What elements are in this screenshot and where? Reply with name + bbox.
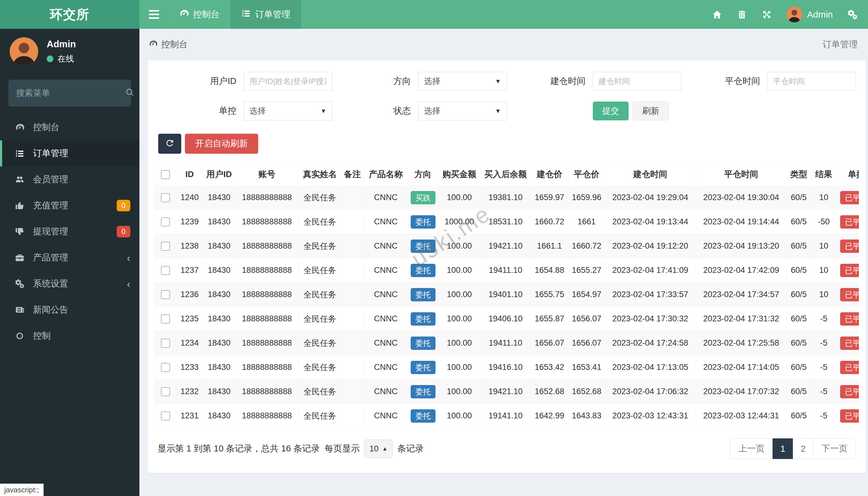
- trash-icon[interactable]: [729, 0, 754, 29]
- row-checkbox[interactable]: [161, 193, 170, 202]
- select-all-checkbox[interactable]: [161, 170, 170, 179]
- fullscreen-icon[interactable]: [754, 0, 779, 29]
- cell-close-price: 1656.07: [569, 331, 605, 355]
- orders-table-wrap: ID用户ID账号真实姓名备注产品名称方向购买金额买入后余额建仓价平仓价建仓时间平…: [155, 163, 859, 428]
- closed-badge: 已平仓: [840, 288, 859, 301]
- user-menu[interactable]: Admin: [779, 7, 840, 22]
- cell-product: CNNC: [364, 331, 408, 355]
- direction-select[interactable]: 选择▼: [418, 72, 507, 91]
- row-checkbox[interactable]: [161, 314, 170, 324]
- row-checkbox[interactable]: [161, 290, 170, 299]
- direction-badge: 委托: [411, 264, 436, 277]
- sidebar-item-settings[interactable]: 系统设置 ‹: [0, 271, 139, 297]
- cell-id: 1231: [176, 404, 203, 428]
- reload-table-button[interactable]: [158, 134, 181, 154]
- breadcrumb-label: 控制台: [161, 38, 188, 51]
- sidebar-item-members[interactable]: 会员管理: [0, 167, 139, 192]
- row-checkbox-cell: [155, 331, 176, 355]
- closed-badge: 已平仓: [840, 385, 859, 398]
- cell-type: 60/5: [787, 282, 811, 307]
- row-checkbox[interactable]: [161, 266, 170, 275]
- cell-result: -5: [811, 331, 837, 355]
- row-checkbox[interactable]: [161, 242, 170, 251]
- sidebar-search-input[interactable]: [16, 88, 125, 98]
- cell-control: 已平仓: [837, 258, 859, 282]
- cell-open-time: 2023-02-04 17:13:05: [605, 355, 696, 379]
- sidebar-item-dashboard[interactable]: 控制台: [0, 114, 139, 140]
- sidebar-item-products[interactable]: 产品管理 ‹: [0, 245, 139, 271]
- cell-product: CNNC: [364, 379, 408, 404]
- search-icon[interactable]: [125, 88, 135, 98]
- page-2-button[interactable]: 2: [793, 438, 814, 459]
- cell-open-price: 1656.07: [531, 331, 569, 355]
- table-row: 12321843018888888888全民任务CNNC委托100.001942…: [155, 379, 859, 404]
- table-row: 12311843018888888888全民任务CNNC委托100.001914…: [155, 404, 859, 428]
- row-checkbox[interactable]: [161, 217, 170, 227]
- orders-panel: 用户ID 方向 选择▼ 建仓时间 平仓时间: [148, 60, 866, 473]
- cell-direction: 委托: [408, 282, 438, 307]
- caret-down-icon: ▼: [495, 78, 501, 85]
- online-dot-icon: [47, 56, 53, 62]
- breadcrumb: 控制台 订单管理: [139, 29, 868, 60]
- table-row: 12351843018888888888全民任务CNNC委托100.001940…: [155, 307, 859, 331]
- sidebar-item-control[interactable]: 控制: [0, 323, 139, 349]
- close-time-input[interactable]: [768, 72, 856, 91]
- direction-badge: 委托: [411, 385, 436, 398]
- cell-result: -5: [811, 355, 837, 379]
- sidebar-item-news[interactable]: 新闻公告: [0, 297, 139, 323]
- content-area: 控制台 订单管理 用户ID 方向 选择▼ 建仓时间: [139, 29, 868, 496]
- auto-refresh-button[interactable]: 开启自动刷新: [185, 134, 258, 154]
- tab-dashboard[interactable]: 控制台: [168, 0, 230, 29]
- cell-account: 18888888888: [235, 234, 299, 258]
- status-select[interactable]: 选择▼: [418, 102, 507, 120]
- cell-product: CNNC: [364, 210, 408, 234]
- page-1-button[interactable]: 1: [773, 438, 793, 459]
- closed-badge: 已平仓: [840, 361, 859, 374]
- next-page-button[interactable]: 下一页: [813, 438, 856, 459]
- column-header: 平仓时间: [696, 163, 787, 186]
- cell-account: 18888888888: [235, 307, 299, 331]
- submit-button[interactable]: 提交: [593, 102, 629, 120]
- refresh-button[interactable]: 刷新: [633, 102, 668, 120]
- cell-direction: 买跌: [408, 186, 438, 210]
- cell-open-price: 1642.99: [531, 404, 569, 428]
- cell-note: [341, 282, 364, 307]
- row-checkbox-cell: [155, 355, 176, 379]
- user-id-input[interactable]: [244, 72, 332, 91]
- sidebar-item-withdrawals[interactable]: 提现管理 0: [0, 219, 139, 245]
- sidebar-item-deposits[interactable]: 充值管理 0: [0, 192, 139, 219]
- cell-result: 10: [811, 234, 837, 258]
- withdraw-count-badge: 0: [117, 226, 130, 237]
- cell-note: [341, 379, 364, 404]
- cell-note: [341, 258, 364, 282]
- row-checkbox[interactable]: [161, 412, 170, 420]
- row-checkbox[interactable]: [161, 339, 170, 348]
- column-header: 类型: [787, 163, 811, 186]
- table-body: 12401843018888888888全民任务CNNC买跌100.001938…: [155, 186, 859, 428]
- top-navbar: 环交所 控制台 订单管理 Admin: [0, 0, 868, 29]
- open-time-input[interactable]: [593, 72, 681, 91]
- status-label: 状态: [332, 105, 418, 117]
- cell-type: 60/5: [787, 258, 811, 282]
- column-header: 真实姓名: [299, 163, 341, 186]
- brand-logo[interactable]: 环交所: [0, 0, 139, 29]
- page-size-select[interactable]: 10 ▲: [365, 439, 393, 458]
- breadcrumb-left[interactable]: 控制台: [148, 38, 188, 51]
- cell-direction: 委托: [408, 331, 438, 355]
- settings-gears-icon[interactable]: [840, 0, 865, 29]
- prev-page-button[interactable]: 上一页: [730, 438, 773, 459]
- user-name: Admin: [807, 10, 833, 20]
- sidebar-item-orders[interactable]: 订单管理: [0, 140, 139, 167]
- row-checkbox[interactable]: [161, 363, 170, 372]
- tab-orders[interactable]: 订单管理: [230, 0, 301, 29]
- table-toolbar: 开启自动刷新: [158, 134, 859, 154]
- row-checkbox[interactable]: [161, 387, 170, 396]
- direction-badge: 委托: [411, 337, 436, 350]
- control-select[interactable]: 选择▼: [244, 102, 332, 120]
- user-id-label: 用户ID: [158, 75, 244, 87]
- browser-status-bar: javascript:;: [0, 484, 44, 496]
- cell-open-price: 1652.68: [531, 379, 569, 404]
- sidebar-toggle-button[interactable]: [139, 0, 168, 29]
- ordered-list-icon: [241, 9, 251, 20]
- home-icon[interactable]: [705, 0, 729, 29]
